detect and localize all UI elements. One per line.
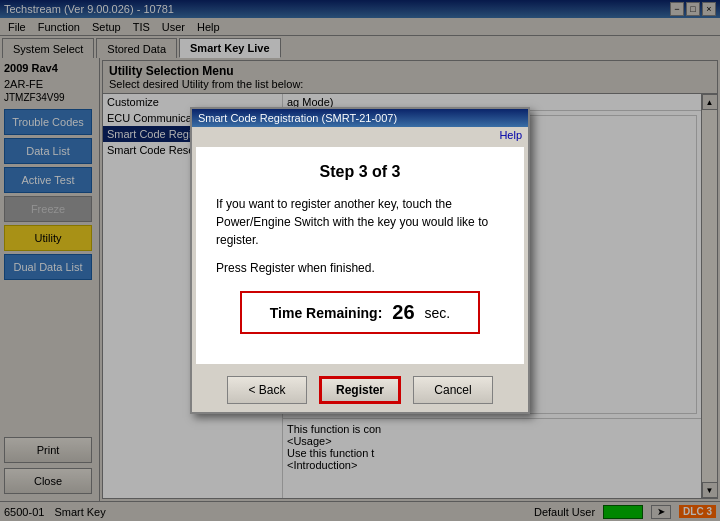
timer-value: 26: [392, 301, 414, 324]
timer-label: Time Remaining:: [270, 305, 383, 321]
back-button[interactable]: < Back: [227, 376, 307, 404]
modal-text-1: If you want to register another key, tou…: [216, 195, 504, 249]
timer-box: Time Remaining: 26 sec.: [240, 291, 480, 334]
modal-footer: < Back Register Cancel: [192, 368, 528, 412]
modal-title: Smart Code Registration (SMRT-21-007): [198, 112, 397, 124]
modal-title-bar: Smart Code Registration (SMRT-21-007): [192, 109, 528, 127]
register-button[interactable]: Register: [319, 376, 401, 404]
modal-help-link[interactable]: Help: [192, 127, 528, 143]
modal-overlay: Smart Code Registration (SMRT-21-007) He…: [0, 0, 720, 521]
modal-body: Step 3 of 3 If you want to register anot…: [196, 147, 524, 364]
step-label: Step 3 of 3: [216, 163, 504, 181]
smart-code-modal: Smart Code Registration (SMRT-21-007) He…: [190, 107, 530, 414]
cancel-button[interactable]: Cancel: [413, 376, 493, 404]
modal-text-2: Press Register when finished.: [216, 259, 504, 277]
timer-unit: sec.: [425, 305, 451, 321]
